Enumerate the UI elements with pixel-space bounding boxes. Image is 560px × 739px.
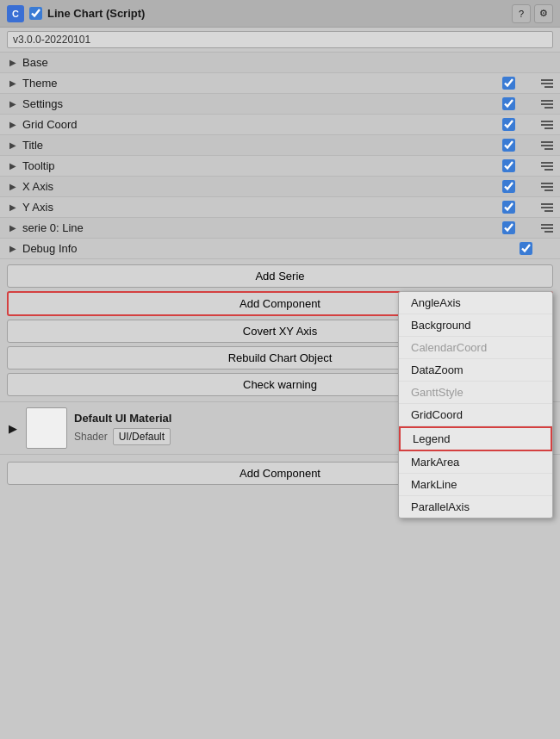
material-preview-thumbnail: [26, 407, 67, 449]
material-expand-arrow[interactable]: ▶: [7, 422, 19, 435]
dropdown-item-grid-coord[interactable]: GridCoord: [399, 404, 552, 426]
dropdown-item-mark-line[interactable]: MarkLine: [399, 474, 552, 496]
serie0-checkbox[interactable]: [502, 221, 515, 234]
version-field: v3.0.0-20220101: [7, 31, 553, 48]
arrow-serie0: ▶: [7, 222, 19, 234]
debug-checkbox[interactable]: [520, 242, 532, 255]
gear-button[interactable]: ⚙: [534, 4, 553, 23]
theme-checkbox[interactable]: [502, 77, 515, 90]
dropdown-item-background[interactable]: Background: [399, 314, 552, 337]
sections-list: ▶ Base ▶ Theme ▶ Settings ▶ Grid Coord: [0, 53, 560, 259]
title-menu[interactable]: [536, 141, 553, 150]
buttons-section: Add Serie Add Component Covert XY Axis R…: [0, 259, 560, 402]
component-icon: C: [7, 5, 24, 22]
section-settings-label: Settings: [22, 97, 502, 110]
inspector-panel: C Line Chart (Script) ? ⚙ v3.0.0-2022010…: [0, 0, 560, 739]
dropdown-item-parallel-axis[interactable]: ParallelAxis: [399, 496, 552, 518]
header-checkbox[interactable]: [29, 7, 42, 20]
dropdown-item-mark-area[interactable]: MarkArea: [399, 451, 552, 474]
component-dropdown-menu: AngleAxis Background CalendarCoord DataZ…: [398, 291, 553, 519]
grid-coord-checkbox[interactable]: [502, 118, 515, 131]
header-title: Line Chart (Script): [47, 7, 512, 20]
dropdown-item-legend[interactable]: Legend: [399, 426, 552, 451]
y-axis-checkbox[interactable]: [502, 201, 515, 214]
grid-coord-menu[interactable]: [536, 121, 553, 129]
y-axis-menu[interactable]: [536, 203, 553, 212]
x-axis-checkbox[interactable]: [502, 180, 515, 193]
dropdown-item-data-zoom[interactable]: DataZoom: [399, 359, 552, 382]
tooltip-menu[interactable]: [536, 162, 553, 171]
section-theme[interactable]: ▶ Theme: [0, 73, 560, 94]
section-settings[interactable]: ▶ Settings: [0, 94, 560, 115]
help-button[interactable]: ?: [512, 4, 531, 23]
title-checkbox[interactable]: [502, 139, 515, 152]
header-actions: ? ⚙: [512, 4, 553, 23]
arrow-y-axis: ▶: [7, 202, 19, 214]
tooltip-checkbox[interactable]: [502, 159, 515, 172]
arrow-debug: ▶: [7, 243, 19, 255]
dropdown-item-gantt-style: GanttStyle: [399, 382, 552, 404]
add-serie-button[interactable]: Add Serie: [7, 264, 553, 288]
section-grid-coord[interactable]: ▶ Grid Coord: [0, 115, 560, 135]
inspector-header: C Line Chart (Script) ? ⚙: [0, 0, 560, 28]
section-debug-label: Debug Info: [22, 242, 520, 255]
x-axis-menu[interactable]: [536, 183, 553, 191]
section-base-label: Base: [22, 56, 553, 69]
material-shader-value: UI/Default: [113, 428, 171, 445]
section-base[interactable]: ▶ Base: [0, 53, 560, 73]
arrow-theme: ▶: [7, 78, 19, 90]
section-x-axis-label: X Axis: [22, 180, 502, 193]
arrow-title: ▶: [7, 140, 19, 152]
arrow-settings: ▶: [7, 98, 19, 110]
section-x-axis[interactable]: ▶ X Axis: [0, 177, 560, 197]
settings-checkbox[interactable]: [502, 97, 515, 110]
section-grid-coord-label: Grid Coord: [22, 118, 502, 131]
section-theme-label: Theme: [22, 77, 502, 90]
arrow-base: ▶: [7, 57, 19, 69]
serie0-menu[interactable]: [536, 224, 553, 233]
material-shader-label: Shader: [74, 431, 108, 443]
section-y-axis-label: Y Axis: [22, 201, 502, 214]
arrow-grid-coord: ▶: [7, 119, 19, 131]
arrow-tooltip: ▶: [7, 160, 19, 172]
icon-letter: C: [12, 9, 19, 19]
dropdown-area: Add Component Covert XY Axis Rebuild Cha…: [7, 291, 553, 396]
section-y-axis[interactable]: ▶ Y Axis: [0, 197, 560, 218]
dropdown-item-calendar-coord: CalendarCoord: [399, 337, 552, 359]
dropdown-item-angle-axis[interactable]: AngleAxis: [399, 292, 552, 314]
section-serie0[interactable]: ▶ serie 0: Line: [0, 218, 560, 239]
section-title-label: Title: [22, 139, 502, 152]
section-debug-info[interactable]: ▶ Debug Info: [0, 239, 560, 259]
section-tooltip[interactable]: ▶ Tooltip: [0, 156, 560, 177]
section-serie0-label: serie 0: Line: [22, 221, 502, 234]
section-tooltip-label: Tooltip: [22, 159, 502, 172]
settings-menu[interactable]: [536, 100, 553, 109]
section-title[interactable]: ▶ Title: [0, 135, 560, 156]
version-row: v3.0.0-20220101: [0, 28, 560, 53]
theme-menu[interactable]: [536, 79, 553, 88]
arrow-x-axis: ▶: [7, 181, 19, 193]
